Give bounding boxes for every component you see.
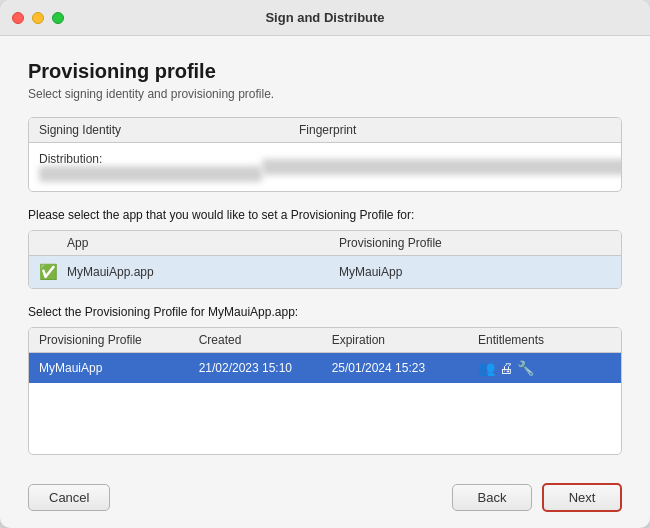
entitlement-icon-1: 👥 — [478, 360, 495, 376]
signing-identity-table: Signing Identity Fingerprint Distributio… — [28, 117, 622, 192]
prov-profile-table: Provisioning Profile Created Expiration … — [28, 327, 622, 455]
titlebar: Sign and Distribute — [0, 0, 650, 36]
entitlement-icon-3: 🔧 — [517, 360, 534, 376]
fingerprint-col-header: Fingerprint — [299, 123, 611, 137]
fingerprint-cell: ██████████████████████████████████████ — [262, 159, 622, 175]
signing-identity-value: ██████████████████████ — [39, 166, 262, 182]
close-button[interactable] — [12, 12, 24, 24]
prov-section-label: Select the Provisioning Profile for MyMa… — [28, 305, 622, 319]
prov-expiration-cell: 25/01/2024 15:23 — [332, 361, 478, 375]
prov-entitlements-col-header: Entitlements — [478, 333, 611, 347]
footer-left: Cancel — [28, 484, 110, 511]
app-table-header: App Provisioning Profile — [29, 231, 621, 256]
prov-table-row[interactable]: MyMauiApp 21/02/2023 15:10 25/01/2024 15… — [29, 353, 621, 383]
signing-table-row[interactable]: Distribution: ██████████████████████ ███… — [29, 143, 621, 191]
signing-identity-cell: Distribution: ██████████████████████ — [39, 152, 262, 182]
signing-identity-col-header: Signing Identity — [39, 123, 299, 137]
fingerprint-value: ██████████████████████████████████████ — [262, 159, 622, 175]
prov-created-cell: 21/02/2023 15:10 — [199, 361, 332, 375]
signing-table-header: Signing Identity Fingerprint — [29, 118, 621, 143]
window: Sign and Distribute Provisioning profile… — [0, 0, 650, 528]
next-button[interactable]: Next — [542, 483, 622, 512]
prov-created-col-header: Created — [199, 333, 332, 347]
footer: Cancel Back Next — [0, 471, 650, 528]
back-button[interactable]: Back — [452, 484, 532, 511]
app-name-cell: MyMauiApp.app — [67, 265, 339, 279]
window-title: Sign and Distribute — [265, 10, 384, 25]
titlebar-buttons — [12, 12, 64, 24]
prov-profile-col-header: Provisioning Profile — [339, 236, 611, 250]
app-prov-profile-cell: MyMauiApp — [339, 265, 611, 279]
prov-name-cell: MyMauiApp — [39, 361, 199, 375]
prov-table-header: Provisioning Profile Created Expiration … — [29, 328, 621, 353]
content-area: Provisioning profile Select signing iden… — [0, 36, 650, 471]
entitlements-icons-group: 👥 🖨 🔧 — [478, 360, 611, 376]
entitlement-icon-2: 🖨 — [499, 360, 513, 376]
footer-right: Back Next — [452, 483, 622, 512]
app-section-label: Please select the app that you would lik… — [28, 208, 622, 222]
prov-name-col-header: Provisioning Profile — [39, 333, 199, 347]
app-icon-col-header — [39, 236, 67, 250]
signing-identity-label: Distribution: — [39, 152, 102, 166]
cancel-button[interactable]: Cancel — [28, 484, 110, 511]
app-table-row[interactable]: ✅ MyMauiApp.app MyMauiApp — [29, 256, 621, 288]
prov-expiration-col-header: Expiration — [332, 333, 478, 347]
app-col-header: App — [67, 236, 339, 250]
app-check-icon: ✅ — [39, 263, 67, 281]
page-subtitle: Select signing identity and provisioning… — [28, 87, 622, 101]
maximize-button[interactable] — [52, 12, 64, 24]
app-selection-table: App Provisioning Profile ✅ MyMauiApp.app… — [28, 230, 622, 289]
page-title: Provisioning profile — [28, 60, 622, 83]
minimize-button[interactable] — [32, 12, 44, 24]
prov-entitlements-cell: 👥 🖨 🔧 — [478, 360, 611, 376]
